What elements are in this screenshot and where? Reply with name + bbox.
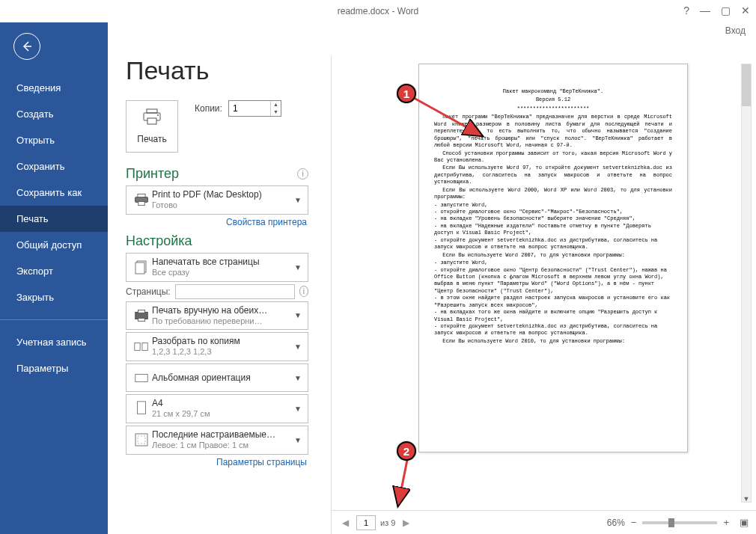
page-title: Печать — [126, 56, 308, 85]
orientation-title: Альбомная ориентация — [152, 372, 293, 384]
annotation-badge-1: 1 — [397, 84, 416, 103]
doc-li: - откройте документ setverteknizhka.doc … — [434, 323, 672, 337]
sidebar-item-save[interactable]: Сохранить — [0, 153, 108, 179]
doc-li: - откройте документ setverteknizhka.doc … — [434, 237, 672, 251]
orientation-dropdown[interactable]: Альбомная ориентация ▼ — [126, 363, 308, 392]
pages-scope-dropdown[interactable]: Напечатать все страницы Все сразу ▼ — [126, 253, 308, 282]
sidebar-item-new[interactable]: Создать — [0, 101, 108, 127]
copies-down-icon[interactable]: ▼ — [271, 108, 281, 116]
login-link[interactable]: Вход — [725, 25, 746, 36]
pages-input[interactable] — [175, 284, 295, 299]
doc-li: - на вкладке "Надежные издатели" поставь… — [434, 223, 672, 237]
svg-rect-13 — [142, 343, 147, 350]
sidebar-item-share[interactable]: Общий доступ — [0, 232, 108, 258]
help-icon[interactable]: ? — [683, 4, 689, 16]
collate-dropdown[interactable]: Разобрать по копиям 1,2,3 1,2,3 1,2,3 ▼ — [126, 332, 308, 361]
title-bar: readme.docx - Word ? — ▢ ✕ Вход — [0, 0, 756, 22]
doc-para: Способ установки программы зависит от то… — [434, 150, 672, 165]
info-icon[interactable]: i — [297, 168, 308, 179]
copies-input[interactable] — [229, 101, 270, 116]
chevron-down-icon: ▼ — [293, 436, 303, 444]
arrow-left-icon — [20, 40, 34, 53]
duplex-dropdown[interactable]: Печать вручную на обеих… По требованию п… — [126, 301, 308, 331]
svg-point-3 — [157, 114, 159, 116]
preview-scrollbar[interactable]: ▲ ▼ — [741, 64, 752, 503]
papersize-dropdown[interactable]: A4 21 см x 29,7 см ▼ — [126, 394, 308, 423]
copies-label: Копии: — [195, 103, 222, 114]
sidebar-divider — [0, 319, 108, 320]
page-setup-link[interactable]: Параметры страницы — [126, 457, 307, 467]
printer-section-title: Принтер — [126, 166, 179, 182]
margins-sub: Левое: 1 см Правое: 1 см — [152, 441, 293, 451]
sidebar-item-print[interactable]: Печать — [0, 206, 108, 232]
back-button[interactable] — [13, 33, 40, 60]
scroll-thumb[interactable] — [742, 64, 751, 106]
copies-up-icon[interactable]: ▲ — [271, 101, 281, 108]
collate-sub: 1,2,3 1,2,3 1,2,3 — [152, 347, 293, 357]
maximize-icon[interactable]: ▢ — [721, 4, 731, 16]
svg-rect-0 — [147, 109, 157, 113]
pages-all-icon — [131, 259, 152, 275]
page-number-input[interactable] — [356, 515, 376, 530]
prev-page-button[interactable]: ◀ — [339, 518, 352, 528]
sidebar-item-saveas[interactable]: Сохранить как — [0, 179, 108, 206]
printer-device-icon — [131, 191, 152, 208]
zoom-knob[interactable] — [668, 518, 674, 527]
minimize-icon[interactable]: — — [700, 4, 710, 16]
svg-rect-15 — [138, 402, 146, 414]
zoom-level: 66% — [607, 518, 625, 528]
doc-li: - запустите Word, — [434, 202, 672, 209]
sidebar-item-info[interactable]: Сведения — [0, 75, 108, 101]
chevron-down-icon: ▼ — [293, 196, 303, 204]
svg-rect-14 — [135, 374, 148, 381]
paper-sub: 21 см x 29,7 см — [152, 409, 293, 420]
print-button-label: Печать — [137, 134, 166, 144]
svg-rect-17 — [138, 436, 145, 444]
zoom-out-button[interactable]: − — [631, 517, 637, 528]
copies-spinner[interactable]: ▲ ▼ — [228, 100, 281, 117]
doc-para: Если Вы используете Word 2010, то для ус… — [434, 338, 672, 345]
orientation-icon — [131, 369, 152, 386]
zoom-in-button[interactable]: + — [723, 517, 729, 528]
sidebar-item-open[interactable]: Открыть — [0, 127, 108, 153]
preview-footer: ◀ из 9 ▶ 66% − + ▣ — [332, 510, 756, 534]
printer-dropdown[interactable]: Print to PDF (Mac Desktop) Готово ▼ — [126, 185, 308, 215]
doc-li: - на вкладке "Уровень безопасности" выбе… — [434, 215, 672, 222]
sidebar-item-export[interactable]: Экспорт — [0, 258, 108, 284]
print-settings-panel: Печать Печать Копии: ▲ ▼ — [108, 56, 317, 534]
sidebar-item-options[interactable]: Параметры — [0, 355, 108, 381]
doc-li: - откройте диалоговое окно "Центр безопа… — [434, 267, 672, 295]
doc-para: Если Вы используете Word 2000, Word XP и… — [434, 187, 672, 201]
next-page-button[interactable]: ▶ — [400, 518, 412, 528]
close-icon[interactable]: ✕ — [741, 4, 750, 16]
duplex-sub: По требованию переверни… — [152, 316, 293, 327]
page-of-label: из 9 — [380, 518, 395, 527]
margins-title: Последние настраиваемые… — [152, 429, 293, 441]
doc-para: Пакет программ "ВерТеКнижка" предназначе… — [434, 114, 672, 149]
page-preview: Пакет макрокоманд "ВерТеКнижка". Версия … — [418, 64, 688, 452]
svg-rect-11 — [138, 319, 144, 322]
doc-sep: *********************** — [434, 105, 672, 112]
svg-rect-8 — [135, 263, 144, 274]
pages-label: Страницы: — [126, 286, 171, 297]
scroll-down-icon[interactable]: ▼ — [742, 495, 751, 503]
paper-title: A4 — [152, 398, 293, 409]
print-preview-panel: Пакет макрокоманд "ВерТеКнижка". Версия … — [331, 56, 756, 534]
margins-dropdown[interactable]: Последние настраиваемые… Левое: 1 см Пра… — [126, 426, 308, 455]
info-icon[interactable]: i — [299, 286, 308, 297]
printer-name: Print to PDF (Mac Desktop) — [152, 189, 293, 200]
sidebar-item-account[interactable]: Учетная запись — [0, 329, 108, 355]
svg-rect-6 — [138, 202, 144, 206]
fit-page-button[interactable]: ▣ — [740, 517, 749, 528]
printer-status: Готово — [152, 200, 293, 211]
printer-icon — [142, 108, 162, 129]
doc-li: - на вкладках того же окна найдите и вкл… — [434, 309, 672, 323]
annotation-badge-2: 2 — [397, 441, 416, 461]
print-button[interactable]: Печать — [126, 100, 178, 153]
printer-properties-link[interactable]: Свойства принтера — [126, 217, 307, 227]
collate-icon — [131, 339, 152, 355]
zoom-slider[interactable] — [642, 521, 717, 524]
sidebar-item-close[interactable]: Закрыть — [0, 284, 108, 310]
chevron-down-icon: ▼ — [293, 263, 303, 271]
chevron-down-icon: ▼ — [293, 405, 303, 413]
